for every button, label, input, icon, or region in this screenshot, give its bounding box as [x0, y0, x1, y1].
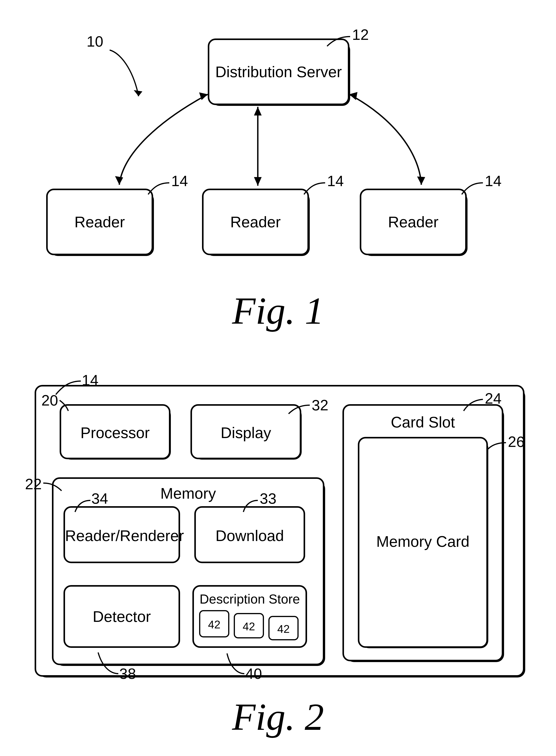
fig2-caption: Fig. 2 [0, 695, 556, 739]
desc-item-2-label: 42 [270, 622, 298, 635]
desc-item-2: 42 [268, 616, 296, 638]
desc-item-0: 42 [199, 610, 227, 635]
desc-item-0-label: 42 [200, 618, 228, 631]
leader-line-description-store [0, 0, 556, 712]
desc-item-1: 42 [234, 613, 262, 636]
desc-item-1-label: 42 [235, 620, 263, 633]
